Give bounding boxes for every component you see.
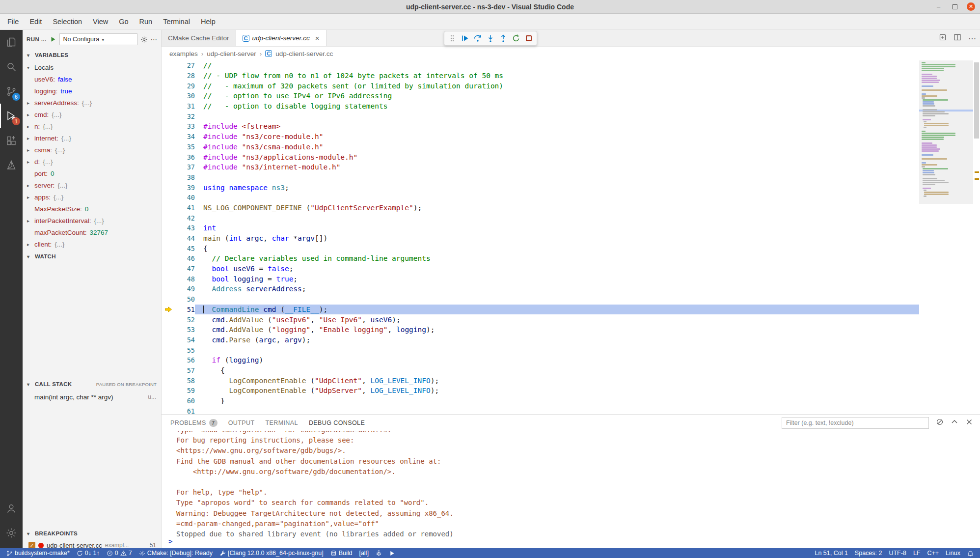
line-gutter (162, 274, 175, 284)
variable-item[interactable]: ▸n:{...} (23, 120, 161, 132)
minimize-button[interactable]: – (934, 2, 943, 11)
cmake-tools-icon[interactable] (0, 153, 23, 177)
line-gutter (162, 71, 175, 81)
debug-config-dropdown[interactable]: No Configura ▾ (59, 33, 137, 45)
panel-tab-debug-console[interactable]: DEBUG CONSOLE (309, 415, 365, 431)
line-number: 37 (175, 163, 195, 171)
build-target[interactable]: [all] (355, 548, 372, 558)
panel-tab-output[interactable]: OUTPUT (228, 415, 255, 431)
menu-view[interactable]: View (87, 14, 113, 29)
problems-status[interactable]: 07 (103, 548, 136, 558)
editor-tab[interactable]: Cudp-client-server.cc× (236, 30, 327, 46)
variable-item[interactable]: maxPacketCount:32767 (23, 226, 161, 238)
variable-item[interactable]: useV6:false (23, 73, 161, 85)
close-panel-icon[interactable] (965, 418, 973, 428)
indentation[interactable]: Spaces: 2 (851, 548, 886, 558)
split-editor-icon[interactable] (953, 33, 961, 43)
menu-selection[interactable]: Selection (47, 14, 87, 29)
variable-item[interactable]: ▸csma:{...} (23, 144, 161, 156)
play-icon (389, 550, 395, 557)
menu-run[interactable]: Run (134, 14, 158, 29)
settings-gear-icon[interactable] (0, 521, 23, 545)
editor-scrollbar[interactable] (973, 60, 980, 414)
variable-item[interactable]: ▸cmd:{...} (23, 109, 161, 120)
start-debugging-icon[interactable] (50, 36, 56, 43)
code-editor[interactable]: 27//28// - UDP flow from n0 to n1 of 102… (162, 60, 980, 414)
variables-section-header[interactable]: ▾ VARIABLES (23, 49, 161, 61)
cmake-status[interactable]: CMake: [Debug]: Ready (136, 548, 216, 558)
maximize-button[interactable] (951, 2, 959, 11)
step-out-icon[interactable] (497, 32, 510, 45)
toolbar-drag-handle[interactable] (446, 32, 459, 45)
breadcrumb-item[interactable]: udp-client-server.cc (275, 50, 333, 57)
breakpoint-item[interactable]: ✓ udp-client-server.cc exampl... 51 (23, 540, 161, 548)
configure-gear-icon[interactable] (140, 36, 148, 43)
menu-go[interactable]: Go (113, 14, 134, 29)
cpp-config[interactable]: Linux (942, 548, 964, 558)
menu-file[interactable]: File (2, 14, 24, 29)
views-more-actions-icon[interactable]: ⋯ (151, 35, 158, 43)
variable-item[interactable]: MaxPacketSize:0 (23, 203, 161, 215)
variables-scope-row[interactable]: ▾ Locals (23, 61, 161, 73)
breakpoint-checkbox[interactable]: ✓ (28, 542, 35, 548)
menu-help[interactable]: Help (195, 14, 221, 29)
menu-edit[interactable]: Edit (24, 14, 47, 29)
breakpoints-section-header[interactable]: ▾ BREAKPOINTS (23, 527, 161, 540)
close-icon[interactable]: × (315, 34, 320, 42)
panel-tab-problems[interactable]: PROBLEMS7 (170, 415, 218, 431)
stack-frame-item[interactable]: main(int argc, char ** argv) u... (23, 391, 161, 403)
open-changes-icon[interactable] (939, 33, 947, 43)
menu-terminal[interactable]: Terminal (158, 14, 195, 29)
call-stack-section-header[interactable]: ▾ CALL STACK PAUSED ON BREAKPOINT (23, 378, 161, 391)
variable-item[interactable]: ▸serverAddress:{...} (23, 97, 161, 109)
breadcrumb-item[interactable]: examples (169, 50, 198, 57)
step-over-icon[interactable] (471, 32, 484, 45)
variable-item[interactable]: ▸apps:{...} (23, 191, 161, 203)
encoding[interactable]: UTF-8 (885, 548, 909, 558)
cmake-debug-button[interactable] (372, 548, 385, 558)
cmake-kit[interactable]: [Clang 12.0.0 x86_64-pc-linux-gnu] (216, 548, 327, 558)
console-filter-input[interactable] (782, 417, 929, 429)
close-button[interactable]: ✕ (967, 2, 975, 11)
variable-item[interactable]: ▸internet:{...} (23, 132, 161, 144)
maximize-panel-icon[interactable] (951, 418, 958, 428)
variable-item[interactable]: ▸client:{...} (23, 238, 161, 250)
cmake-launch-button[interactable] (385, 548, 399, 558)
step-into-icon[interactable] (484, 32, 497, 45)
run-and-debug-icon[interactable]: 1 (0, 104, 23, 128)
debug-current-line-arrow[interactable] (162, 305, 175, 315)
cursor-position[interactable]: Ln 51, Col 1 (811, 548, 851, 558)
variable-item[interactable]: port:0 (23, 167, 161, 179)
more-actions-icon[interactable]: ⋯ (968, 34, 976, 43)
git-branch-status[interactable]: buildsystem-cmake* (3, 548, 73, 558)
explorer-icon[interactable] (0, 30, 23, 55)
restart-icon[interactable] (510, 32, 522, 45)
code-line-text: using namespace ns3; (195, 182, 919, 193)
language-mode[interactable]: C++ (924, 548, 942, 558)
breadcrumb-item[interactable]: udp-client-server (207, 50, 256, 57)
extensions-icon[interactable] (0, 128, 23, 153)
search-icon[interactable] (0, 55, 23, 79)
git-sync-status[interactable]: 0↓ 1↑ (73, 548, 103, 558)
panel-tab-terminal[interactable]: TERMINAL (265, 415, 298, 431)
clear-console-icon[interactable] (936, 418, 944, 428)
eol[interactable]: LF (910, 548, 924, 558)
variable-item[interactable]: ▸server:{...} (23, 179, 161, 191)
console-prompt[interactable]: > (168, 536, 172, 547)
variable-item[interactable]: logging:true (23, 85, 161, 97)
cmake-build-button[interactable]: Build (327, 548, 356, 558)
source-control-icon[interactable]: 6 (0, 79, 23, 104)
continue-icon[interactable] (459, 32, 471, 45)
account-icon[interactable] (0, 496, 23, 521)
debug-console[interactable]: Type "show configuration" for configurat… (162, 431, 980, 548)
stop-icon[interactable] (522, 32, 535, 45)
variable-item[interactable]: ▸interPacketInterval:{...} (23, 215, 161, 226)
notifications-bell[interactable] (964, 548, 977, 558)
minimap[interactable] (919, 60, 973, 414)
code-line-text: // - maximum of 320 packets sent (or lim… (195, 81, 919, 91)
cmake-status-label: CMake: [Debug]: Ready (147, 550, 213, 557)
editor-tab[interactable]: CMake Cache Editor (162, 30, 236, 46)
scrollbar-thumb[interactable] (974, 62, 979, 139)
variable-item[interactable]: ▸d:{...} (23, 156, 161, 167)
watch-section-header[interactable]: ▾ WATCH (23, 250, 161, 263)
